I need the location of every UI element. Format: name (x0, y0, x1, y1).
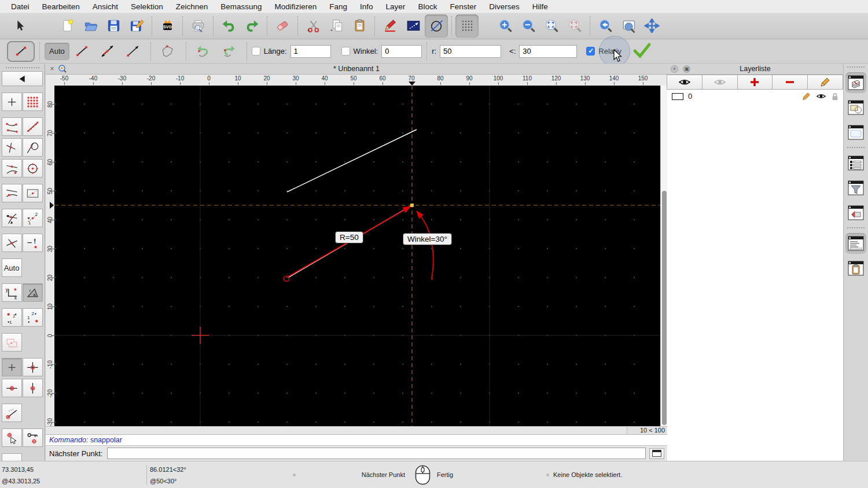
zoom-in-button[interactable] (494, 14, 517, 38)
segment-mode-ray-button[interactable] (95, 42, 120, 61)
restrict-none-button[interactable] (2, 358, 22, 376)
vertical-scrollbar[interactable] (660, 86, 667, 426)
snap-auto-mode-button[interactable]: Auto (2, 258, 22, 277)
dock-handle[interactable] (847, 66, 865, 68)
snap-cross-button[interactable] (2, 234, 22, 252)
view-list-dock-icon[interactable] (845, 122, 866, 143)
polar-angle-input[interactable] (519, 45, 577, 58)
snap-tangent-button[interactable] (23, 138, 43, 157)
menu-item[interactable]: Datei (5, 2, 36, 11)
snap-back-button[interactable] (2, 71, 43, 86)
segment-mode-line-button[interactable] (69, 42, 95, 61)
zoom-selection-button[interactable] (563, 14, 586, 38)
undo-segment-button[interactable] (191, 42, 216, 61)
drawing-canvas[interactable]: R=50 Winkel=30° (54, 86, 660, 426)
show-all-layers-button[interactable] (667, 75, 703, 90)
relative-zero-key-button[interactable] (2, 453, 22, 461)
line-tool-button[interactable] (402, 14, 425, 38)
print-preview-button[interactable] (186, 14, 209, 38)
snap-distance-button[interactable]: 12 (23, 209, 43, 227)
svg-export-button[interactable]: SVG (156, 14, 179, 38)
snap-coordinate-button[interactable]: ! (23, 234, 43, 252)
zoom-out-button[interactable] (517, 14, 540, 38)
dock-handle[interactable] (6, 67, 39, 68)
menu-item[interactable]: Hilfe (526, 2, 554, 11)
command-history-toggle-button[interactable] (649, 448, 664, 459)
snap-center-button[interactable] (23, 159, 43, 178)
pan-button[interactable] (640, 14, 663, 38)
coordinate-absolute-button[interactable]: 12 (23, 308, 43, 327)
undo-button[interactable] (217, 14, 240, 38)
save-as-button[interactable] (125, 14, 148, 38)
redo-button[interactable] (240, 14, 263, 38)
block-list-dock-icon[interactable] (845, 97, 866, 118)
angle-checkbox[interactable] (341, 47, 350, 56)
zoom-window-button[interactable] (617, 14, 640, 38)
layer-lock-icon[interactable] (832, 93, 838, 101)
menu-item[interactable]: Info (354, 2, 380, 11)
redo-segment-button[interactable] (216, 42, 242, 61)
new-file-button[interactable] (56, 14, 79, 38)
copy-button[interactable]: + (325, 14, 348, 38)
edit-layer-button[interactable] (807, 75, 843, 90)
zoom-auto-button[interactable] (540, 14, 563, 38)
zoom-previous-button[interactable] (594, 14, 617, 38)
menu-item[interactable]: Layer (380, 2, 412, 11)
restrict-orthogonal-button[interactable] (23, 358, 43, 376)
menu-item[interactable]: Diverses (483, 2, 526, 11)
next-point-input[interactable] (107, 448, 646, 459)
length-checkbox[interactable] (252, 47, 260, 56)
menu-item[interactable]: Bemassung (214, 2, 268, 11)
snap-middle-button[interactable] (2, 159, 22, 178)
menu-item[interactable]: Bearbeiten (36, 2, 86, 11)
menu-item[interactable]: Selektion (124, 2, 170, 11)
selection-filter-dock-icon[interactable] (845, 178, 866, 198)
relative-checkbox[interactable] (586, 47, 595, 56)
snap-intersection-button[interactable] (2, 209, 22, 227)
open-file-button[interactable] (79, 14, 102, 38)
polyline-mode-button[interactable] (156, 42, 181, 61)
segment-mode-xline-button[interactable] (120, 42, 146, 61)
scrollbar-thumb[interactable] (662, 191, 667, 425)
layer-edit-icon[interactable] (802, 92, 811, 101)
confirm-check-icon[interactable] (632, 42, 652, 61)
menu-item[interactable]: Fang (323, 2, 354, 11)
save-button[interactable] (102, 14, 125, 38)
snap-reference-button[interactable] (23, 184, 43, 202)
menu-item[interactable]: Fenster (443, 2, 483, 11)
circle-line-tool-button[interactable] (425, 14, 448, 38)
coordinate-cartesian-button[interactable]: yx (2, 283, 22, 302)
radius-input[interactable] (440, 45, 501, 58)
menu-item[interactable]: Modifizieren (269, 2, 323, 11)
snap-perpendicular-button[interactable] (2, 138, 22, 157)
hide-all-layers-button[interactable] (702, 75, 738, 90)
clipboard-dock-icon[interactable] (845, 258, 866, 279)
property-editor-dock-icon[interactable] (845, 153, 866, 173)
restrict-entity-button[interactable] (2, 333, 22, 352)
erase-button[interactable] (271, 14, 294, 38)
grid-toggle-button[interactable] (455, 14, 479, 38)
snap-on-entity-button[interactable] (23, 117, 43, 136)
selection-cursor-icon[interactable] (8, 14, 31, 38)
snap-auto-button[interactable] (2, 184, 22, 202)
length-input[interactable] (290, 45, 331, 58)
add-layer-button[interactable] (737, 75, 773, 90)
cut-button[interactable]: + (301, 14, 325, 38)
angle-input[interactable] (381, 45, 422, 58)
snap-free-button[interactable] (2, 93, 22, 111)
segment-mode-auto-button[interactable]: Auto (45, 43, 69, 60)
menu-item[interactable]: Zeichnen (170, 2, 215, 11)
snap-grid-button[interactable] (23, 93, 43, 111)
coordinate-relative-button[interactable]: 12 (2, 308, 22, 327)
library-browser-dock-icon[interactable] (845, 202, 866, 223)
restrict-vertical-button[interactable] (23, 379, 43, 397)
layer-row[interactable]: 0 (667, 90, 843, 103)
restrict-horizontal-button[interactable] (2, 379, 22, 397)
menu-item[interactable]: Ansicht (86, 2, 124, 11)
command-line-dock-icon[interactable] (845, 233, 866, 254)
line-two-points-tool[interactable] (7, 41, 35, 62)
paste-button[interactable] (348, 14, 371, 38)
draw-pen-button[interactable] (378, 14, 402, 38)
restrict-angle-button[interactable] (2, 404, 22, 422)
menu-item[interactable]: Block (411, 2, 443, 11)
